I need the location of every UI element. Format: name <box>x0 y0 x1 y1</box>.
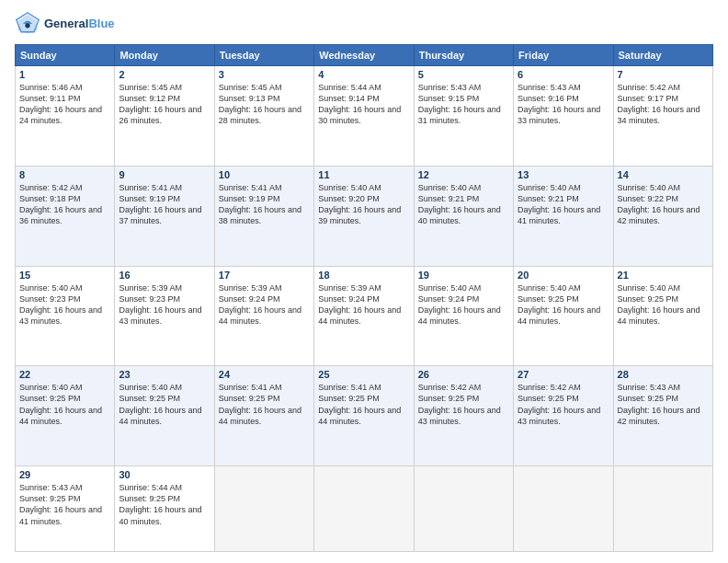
day-info: Sunrise: 5:42 AM Sunset: 9:25 PM Dayligh… <box>418 382 509 427</box>
day-number: 20 <box>518 270 609 281</box>
day-info: Sunrise: 5:40 AM Sunset: 9:23 PM Dayligh… <box>19 282 110 327</box>
day-info: Sunrise: 5:40 AM Sunset: 9:25 PM Dayligh… <box>518 282 609 327</box>
day-info: Sunrise: 5:41 AM Sunset: 9:25 PM Dayligh… <box>318 382 409 427</box>
day-info: Sunrise: 5:43 AM Sunset: 9:25 PM Dayligh… <box>19 482 110 527</box>
day-number: 18 <box>318 270 409 281</box>
day-info: Sunrise: 5:40 AM Sunset: 9:22 PM Dayligh… <box>618 182 709 227</box>
day-number: 7 <box>618 69 709 80</box>
day-info: Sunrise: 5:43 AM Sunset: 9:15 PM Dayligh… <box>418 82 509 127</box>
table-row: 2 Sunrise: 5:45 AM Sunset: 9:12 PM Dayli… <box>115 66 214 167</box>
day-number: 21 <box>618 270 709 281</box>
table-row: 16 Sunrise: 5:39 AM Sunset: 9:23 PM Dayl… <box>115 266 214 366</box>
day-info: Sunrise: 5:40 AM Sunset: 9:25 PM Dayligh… <box>618 282 709 327</box>
col-sunday: Sunday <box>16 45 115 66</box>
table-row: 9 Sunrise: 5:41 AM Sunset: 9:19 PM Dayli… <box>115 166 214 266</box>
day-info: Sunrise: 5:39 AM Sunset: 9:23 PM Dayligh… <box>119 282 210 327</box>
day-number: 17 <box>219 270 310 281</box>
calendar-week-row: 29 Sunrise: 5:43 AM Sunset: 9:25 PM Dayl… <box>16 466 713 552</box>
day-info: Sunrise: 5:42 AM Sunset: 9:25 PM Dayligh… <box>518 382 609 427</box>
day-info: Sunrise: 5:43 AM Sunset: 9:25 PM Dayligh… <box>618 382 709 427</box>
page: GeneralBlue Sunday Monday Tuesday Wednes… <box>0 0 728 563</box>
col-monday: Monday <box>115 45 214 66</box>
day-number: 14 <box>618 169 709 180</box>
table-row: 22 Sunrise: 5:40 AM Sunset: 9:25 PM Dayl… <box>16 366 115 466</box>
day-info: Sunrise: 5:45 AM Sunset: 9:13 PM Dayligh… <box>219 82 310 127</box>
table-row: 21 Sunrise: 5:40 AM Sunset: 9:25 PM Dayl… <box>613 266 712 366</box>
table-row: 28 Sunrise: 5:43 AM Sunset: 9:25 PM Dayl… <box>613 366 712 466</box>
day-number: 25 <box>318 369 409 380</box>
table-row: 1 Sunrise: 5:46 AM Sunset: 9:11 PM Dayli… <box>16 66 115 167</box>
table-row: 30 Sunrise: 5:44 AM Sunset: 9:25 PM Dayl… <box>115 466 214 552</box>
day-info: Sunrise: 5:39 AM Sunset: 9:24 PM Dayligh… <box>219 282 310 327</box>
day-info: Sunrise: 5:40 AM Sunset: 9:21 PM Dayligh… <box>518 182 609 227</box>
day-info: Sunrise: 5:41 AM Sunset: 9:19 PM Dayligh… <box>219 182 310 227</box>
day-info: Sunrise: 5:42 AM Sunset: 9:17 PM Dayligh… <box>618 82 709 127</box>
day-number: 28 <box>618 369 709 380</box>
day-info: Sunrise: 5:41 AM Sunset: 9:25 PM Dayligh… <box>219 382 310 427</box>
calendar-week-row: 22 Sunrise: 5:40 AM Sunset: 9:25 PM Dayl… <box>16 366 713 466</box>
day-number: 9 <box>119 169 210 180</box>
day-number: 10 <box>219 169 310 180</box>
table-row: 26 Sunrise: 5:42 AM Sunset: 9:25 PM Dayl… <box>414 366 513 466</box>
table-row <box>414 466 513 552</box>
table-row: 6 Sunrise: 5:43 AM Sunset: 9:16 PM Dayli… <box>514 66 613 167</box>
logo-icon <box>15 11 40 37</box>
table-row: 3 Sunrise: 5:45 AM Sunset: 9:13 PM Dayli… <box>214 66 313 167</box>
day-number: 15 <box>19 270 110 281</box>
table-row <box>214 466 313 552</box>
day-info: Sunrise: 5:42 AM Sunset: 9:18 PM Dayligh… <box>19 182 110 227</box>
table-row: 29 Sunrise: 5:43 AM Sunset: 9:25 PM Dayl… <box>16 466 115 552</box>
col-thursday: Thursday <box>414 45 513 66</box>
day-number: 16 <box>119 270 210 281</box>
day-info: Sunrise: 5:41 AM Sunset: 9:19 PM Dayligh… <box>119 182 210 227</box>
table-row: 24 Sunrise: 5:41 AM Sunset: 9:25 PM Dayl… <box>214 366 313 466</box>
day-number: 5 <box>418 69 509 80</box>
day-number: 1 <box>19 69 110 80</box>
table-row: 18 Sunrise: 5:39 AM Sunset: 9:24 PM Dayl… <box>314 266 414 366</box>
table-row: 8 Sunrise: 5:42 AM Sunset: 9:18 PM Dayli… <box>16 166 115 266</box>
day-number: 12 <box>418 169 509 180</box>
day-info: Sunrise: 5:40 AM Sunset: 9:25 PM Dayligh… <box>19 382 110 427</box>
day-number: 3 <box>219 69 310 80</box>
table-row: 19 Sunrise: 5:40 AM Sunset: 9:24 PM Dayl… <box>414 266 513 366</box>
logo: GeneralBlue <box>15 11 115 37</box>
day-number: 8 <box>19 169 110 180</box>
table-row: 11 Sunrise: 5:40 AM Sunset: 9:20 PM Dayl… <box>314 166 414 266</box>
table-row: 12 Sunrise: 5:40 AM Sunset: 9:21 PM Dayl… <box>414 166 513 266</box>
day-number: 30 <box>119 469 210 480</box>
table-row: 20 Sunrise: 5:40 AM Sunset: 9:25 PM Dayl… <box>514 266 613 366</box>
table-row: 4 Sunrise: 5:44 AM Sunset: 9:14 PM Dayli… <box>314 66 414 167</box>
day-number: 2 <box>119 69 210 80</box>
table-row <box>314 466 414 552</box>
day-number: 6 <box>518 69 609 80</box>
day-number: 22 <box>19 369 110 380</box>
calendar-week-row: 1 Sunrise: 5:46 AM Sunset: 9:11 PM Dayli… <box>16 66 713 167</box>
table-row: 5 Sunrise: 5:43 AM Sunset: 9:15 PM Dayli… <box>414 66 513 167</box>
day-info: Sunrise: 5:44 AM Sunset: 9:25 PM Dayligh… <box>119 482 210 527</box>
day-number: 26 <box>418 369 509 380</box>
day-info: Sunrise: 5:39 AM Sunset: 9:24 PM Dayligh… <box>318 282 409 327</box>
svg-point-2 <box>25 23 29 28</box>
table-row: 14 Sunrise: 5:40 AM Sunset: 9:22 PM Dayl… <box>613 166 712 266</box>
table-row <box>613 466 712 552</box>
day-number: 13 <box>518 169 609 180</box>
day-info: Sunrise: 5:40 AM Sunset: 9:24 PM Dayligh… <box>418 282 509 327</box>
day-info: Sunrise: 5:45 AM Sunset: 9:12 PM Dayligh… <box>119 82 210 127</box>
table-row: 13 Sunrise: 5:40 AM Sunset: 9:21 PM Dayl… <box>514 166 613 266</box>
day-number: 19 <box>418 270 509 281</box>
col-tuesday: Tuesday <box>214 45 313 66</box>
day-number: 24 <box>219 369 310 380</box>
day-info: Sunrise: 5:43 AM Sunset: 9:16 PM Dayligh… <box>518 82 609 127</box>
day-number: 23 <box>119 369 210 380</box>
table-row: 23 Sunrise: 5:40 AM Sunset: 9:25 PM Dayl… <box>115 366 214 466</box>
col-wednesday: Wednesday <box>314 45 414 66</box>
logo-text: GeneralBlue <box>44 17 115 31</box>
day-number: 27 <box>518 369 609 380</box>
day-info: Sunrise: 5:46 AM Sunset: 9:11 PM Dayligh… <box>19 82 110 127</box>
calendar: Sunday Monday Tuesday Wednesday Thursday… <box>15 44 713 552</box>
col-friday: Friday <box>514 45 613 66</box>
table-row: 10 Sunrise: 5:41 AM Sunset: 9:19 PM Dayl… <box>214 166 313 266</box>
calendar-week-row: 15 Sunrise: 5:40 AM Sunset: 9:23 PM Dayl… <box>16 266 713 366</box>
table-row: 27 Sunrise: 5:42 AM Sunset: 9:25 PM Dayl… <box>514 366 613 466</box>
day-number: 11 <box>318 169 409 180</box>
